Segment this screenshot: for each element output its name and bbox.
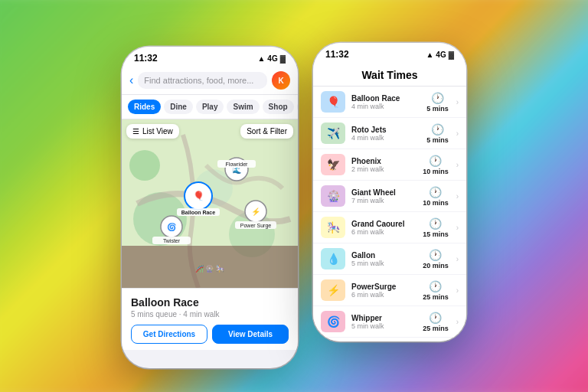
left-status-time: 11:32 bbox=[134, 53, 158, 64]
wait-list-item[interactable]: 🌀 Whipper 5 min walk 🕐 25 mins › bbox=[313, 306, 466, 338]
ride-walk: 4 min walk bbox=[351, 103, 420, 110]
ride-walk: 5 min walk bbox=[351, 260, 416, 267]
wait-minutes: 25 mins bbox=[423, 293, 449, 301]
wait-list-item[interactable]: 🎈 Balloon Race 4 min walk 🕐 5 mins › bbox=[313, 87, 466, 118]
wait-minutes: 20 mins bbox=[423, 262, 449, 270]
sort-filter-button[interactable]: Sort & Filter bbox=[240, 124, 293, 139]
wait-times-list: 🎈 Balloon Race 4 min walk 🕐 5 mins › ✈️ … bbox=[313, 87, 466, 341]
clock-icon: 🕐 bbox=[429, 249, 442, 261]
wait-list-item[interactable]: 🚣 Giant Flume 8 min walk 🕐 30 mins › bbox=[313, 338, 466, 341]
ride-walk: 4 min walk bbox=[351, 134, 420, 142]
left-status-bar: 11:32 ▲ 4G ▓ bbox=[122, 47, 298, 67]
svg-text:Balloon Race: Balloon Race bbox=[181, 210, 215, 215]
ride-walk: 6 min walk bbox=[351, 291, 416, 299]
map-area[interactable]: 🎈 🌊 ⚡ 🌀 Balloon Race Flowrider Power Sur… bbox=[122, 119, 298, 288]
wait-times-title: Wait Times bbox=[361, 69, 417, 81]
ride-name: PowerSurge bbox=[351, 283, 416, 291]
clock-icon: 🕐 bbox=[429, 280, 442, 292]
chevron-right-icon: › bbox=[456, 318, 459, 326]
ride-wait: 🕐 10 mins bbox=[423, 155, 449, 175]
chevron-right-icon: › bbox=[456, 192, 459, 201]
ride-thumbnail: 🎡 bbox=[321, 185, 345, 207]
wait-list-item[interactable]: 🦅 Phoenix 2 min walk 🕐 10 mins › bbox=[313, 149, 466, 181]
wait-list-item[interactable]: 🎠 Grand Caourel 6 min walk 🕐 15 mins › bbox=[313, 212, 466, 243]
wait-minutes: 5 mins bbox=[426, 136, 449, 144]
ride-wait: 🕐 25 mins bbox=[423, 312, 449, 332]
card-title: Balloon Race bbox=[131, 296, 289, 309]
search-input[interactable]: Find attractions, food, more... bbox=[138, 72, 267, 89]
signal-icon: ▲ bbox=[257, 54, 265, 63]
ride-info: Whipper 5 min walk bbox=[351, 314, 416, 330]
category-tab-rides[interactable]: Rides bbox=[128, 100, 161, 114]
wait-minutes: 10 mins bbox=[423, 168, 449, 175]
ride-name: Gallon bbox=[351, 251, 416, 260]
category-tab-swim[interactable]: Swim bbox=[227, 100, 259, 114]
ride-thumbnail: 🎈 bbox=[321, 91, 345, 113]
category-tab-shop[interactable]: Shop bbox=[263, 100, 294, 114]
clock-icon: 🕐 bbox=[429, 155, 442, 167]
get-directions-button[interactable]: Get Directions bbox=[131, 325, 207, 344]
clock-icon: 🕐 bbox=[429, 312, 442, 324]
card-buttons: Get Directions View Details bbox=[131, 325, 289, 344]
ride-walk: 2 min walk bbox=[351, 165, 416, 173]
list-view-label: List View bbox=[142, 127, 173, 136]
right-phone: 11:32 ▲ 4G ▓ Wait Times 🎈 Balloon Race 4… bbox=[313, 43, 466, 341]
ride-thumbnail: 🌀 bbox=[321, 311, 345, 332]
network-label: 4G bbox=[267, 54, 277, 63]
list-view-button[interactable]: ☰ List View bbox=[126, 124, 179, 139]
map-svg: 🎈 🌊 ⚡ 🌀 Balloon Race Flowrider Power Sur… bbox=[122, 119, 298, 288]
chevron-right-icon: › bbox=[456, 255, 459, 263]
ride-walk: 7 min walk bbox=[351, 197, 416, 204]
svg-text:Flowrider: Flowrider bbox=[226, 162, 248, 167]
ride-thumbnail: 💧 bbox=[321, 248, 345, 270]
clock-icon: 🕐 bbox=[431, 123, 444, 136]
battery-icon: ▓ bbox=[280, 54, 286, 63]
wait-minutes: 15 mins bbox=[423, 230, 449, 238]
ride-info: PowerSurge 6 min walk bbox=[351, 283, 416, 299]
category-tab-play[interactable]: Play bbox=[196, 100, 224, 114]
ride-name: Grand Caourel bbox=[351, 220, 416, 228]
svg-text:🎈: 🎈 bbox=[193, 190, 204, 201]
left-status-icons: ▲ 4G ▓ bbox=[257, 54, 286, 63]
phones-container: 11:32 ▲ 4G ▓ ‹ Find attractions, food, m… bbox=[0, 0, 588, 392]
bottom-card: Balloon Race 5 mins queue · 4 min walk G… bbox=[122, 288, 298, 350]
ride-thumbnail: ⚡ bbox=[321, 279, 345, 301]
ride-info: Gallon 5 min walk bbox=[351, 251, 416, 267]
wait-minutes: 5 mins bbox=[426, 105, 449, 113]
wait-list-item[interactable]: 🎡 Giant Wheel 7 min walk 🕐 10 mins › bbox=[313, 181, 466, 212]
ride-thumbnail: 🦅 bbox=[321, 154, 345, 175]
svg-text:🎢 🎡 🎠: 🎢 🎡 🎠 bbox=[195, 264, 225, 273]
ride-info: Phoenix 2 min walk bbox=[351, 157, 416, 173]
ride-wait: 🕐 20 mins bbox=[423, 249, 449, 270]
ride-name: Giant Wheel bbox=[351, 188, 416, 197]
category-tabs: RidesDinePlaySwimShopSt… bbox=[122, 95, 298, 119]
ride-wait: 🕐 15 mins bbox=[423, 217, 449, 238]
category-tab-dine[interactable]: Dine bbox=[164, 100, 193, 114]
svg-text:⚡: ⚡ bbox=[251, 207, 261, 217]
wait-list-item[interactable]: 💧 Gallon 5 min walk 🕐 20 mins › bbox=[313, 243, 466, 275]
clock-icon: 🕐 bbox=[429, 217, 442, 230]
right-status-time: 11:32 bbox=[325, 49, 349, 60]
view-details-button[interactable]: View Details bbox=[212, 325, 289, 344]
list-icon: ☰ bbox=[132, 127, 139, 136]
left-phone: 11:32 ▲ 4G ▓ ‹ Find attractions, food, m… bbox=[122, 47, 298, 368]
back-button[interactable]: ‹ bbox=[129, 74, 133, 87]
user-avatar[interactable]: K bbox=[272, 71, 290, 90]
ride-walk: 5 min walk bbox=[351, 322, 416, 330]
ride-name: Roto Jets bbox=[351, 126, 420, 134]
ride-wait: 🕐 5 mins bbox=[426, 123, 449, 144]
wait-minutes: 25 mins bbox=[423, 325, 449, 332]
ride-wait: 🕐 5 mins bbox=[426, 92, 449, 113]
right-signal-icon: ▲ bbox=[426, 51, 433, 59]
card-subtitle: 5 mins queue · 4 min walk bbox=[131, 310, 289, 318]
wait-list-item[interactable]: ⚡ PowerSurge 6 min walk 🕐 25 mins › bbox=[313, 275, 466, 306]
wait-times-header: Wait Times bbox=[313, 63, 466, 87]
wait-list-item[interactable]: ✈️ Roto Jets 4 min walk 🕐 5 mins › bbox=[313, 118, 466, 149]
filter-label: Sort & Filter bbox=[247, 127, 287, 136]
ride-info: Balloon Race 4 min walk bbox=[351, 94, 420, 110]
chevron-right-icon: › bbox=[456, 161, 459, 169]
category-tab-st…[interactable]: St… bbox=[297, 100, 298, 114]
search-placeholder: Find attractions, food, more... bbox=[144, 76, 253, 85]
ride-thumbnail: ✈️ bbox=[321, 122, 345, 144]
map-toolbar: ☰ List View Sort & Filter bbox=[126, 124, 293, 139]
